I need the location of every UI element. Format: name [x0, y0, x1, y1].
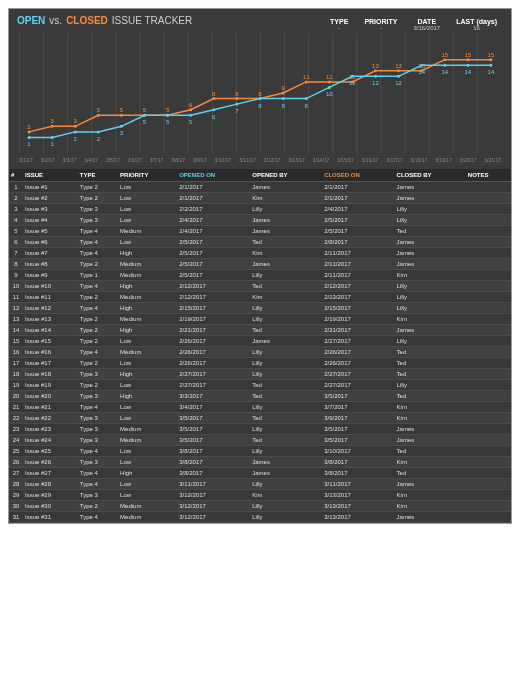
cell: Issue #4 [23, 215, 78, 226]
svg-point-56 [189, 114, 192, 117]
cell [466, 193, 511, 204]
issues-table: # ISSUE TYPE PRIORITY OPENED ON OPENED B… [9, 169, 511, 523]
filter-priority[interactable]: PRIORITY - [364, 18, 397, 31]
table-row[interactable]: 15Issue #15Type 2Low2/26/2017James2/27/2… [9, 336, 511, 347]
cell: 16 [9, 347, 23, 358]
table-row[interactable]: 14Issue #14Type 2High2/21/2017Ted2/21/20… [9, 325, 511, 336]
svg-point-6 [97, 114, 100, 117]
cell: 3/13/2017 [322, 490, 394, 501]
table-row[interactable]: 8Issue #8Type 2Medium2/5/2017James2/11/2… [9, 259, 511, 270]
col-closed-on[interactable]: CLOSED ON [322, 169, 394, 182]
filter-date[interactable]: DATE 3/16/2017 [413, 18, 440, 31]
title-closed: CLOSED [66, 15, 108, 26]
table-row[interactable]: 4Issue #4Type 3Low2/4/2017James2/5/2017L… [9, 215, 511, 226]
table-row[interactable]: 23Issue #23Type 3Medium3/5/2017Lilly3/5/… [9, 424, 511, 435]
col-opened-on[interactable]: OPENED ON [177, 169, 250, 182]
cell: Low [118, 457, 177, 468]
cell: Ted [250, 391, 322, 402]
table-row[interactable]: 13Issue #13Type 2Medium2/19/2017Lilly2/1… [9, 314, 511, 325]
table-body: 1Issue #1Type 2Low2/1/2017James2/1/2017J… [9, 182, 511, 523]
table-row[interactable]: 17Issue #17Type 2Low2/26/2017Lilly2/26/2… [9, 358, 511, 369]
table-row[interactable]: 5Issue #5Type 4Medium2/4/2017James2/5/20… [9, 226, 511, 237]
cell: 7 [9, 248, 23, 259]
cell [466, 402, 511, 413]
x-tick: 3/18/17 [411, 157, 428, 163]
table-row[interactable]: 26Issue #26Type 3Low3/8/2017James3/8/201… [9, 457, 511, 468]
table-row[interactable]: 12Issue #12Type 4High2/15/2017Lilly2/15/… [9, 303, 511, 314]
filter-last-days[interactable]: LAST (days) 16 [456, 18, 497, 31]
cell: Issue #7 [23, 248, 78, 259]
svg-point-76 [420, 64, 423, 67]
cell: Type 2 [78, 358, 118, 369]
svg-point-58 [212, 108, 215, 111]
cell: 2/2/2017 [177, 204, 250, 215]
table-row[interactable]: 10Issue #10Type 4High2/12/2017Ted2/12/20… [9, 281, 511, 292]
table-row[interactable]: 27Issue #27Type 4High3/8/2017James3/8/20… [9, 468, 511, 479]
x-tick: 3/21/17 [484, 157, 501, 163]
cell: 3/5/2017 [322, 391, 394, 402]
x-tick: 3/7/17 [149, 157, 163, 163]
table-row[interactable]: 29Issue #29Type 3Low3/12/2017Kim3/13/201… [9, 490, 511, 501]
table-row[interactable]: 28Issue #28Type 4Low3/11/2017Lilly3/11/2… [9, 479, 511, 490]
cell [466, 281, 511, 292]
col-notes[interactable]: NOTES [466, 169, 511, 182]
cell [466, 479, 511, 490]
table-row[interactable]: 18Issue #18Type 3High2/27/2017Lilly2/27/… [9, 369, 511, 380]
cell: 3/5/2017 [177, 435, 250, 446]
svg-point-36 [443, 58, 446, 61]
table-row[interactable]: 25Issue #25Type 4Low3/8/2017Lilly3/10/20… [9, 446, 511, 457]
table-row[interactable]: 19Issue #19Type 2Low2/27/2017Ted2/27/201… [9, 380, 511, 391]
cell: James [250, 215, 322, 226]
table-row[interactable]: 31Issue #31Type 4Medium3/12/2017Lilly3/1… [9, 512, 511, 523]
svg-point-74 [397, 75, 400, 78]
table-row[interactable]: 3Issue #3Type 3Low2/2/2017Lilly2/4/2017L… [9, 204, 511, 215]
table-row[interactable]: 2Issue #2Type 2Low2/1/2017Kim2/1/2017Jam… [9, 193, 511, 204]
col-type[interactable]: TYPE [78, 169, 118, 182]
cell: 2/4/2017 [322, 204, 394, 215]
svg-point-80 [466, 64, 469, 67]
table-row[interactable]: 16Issue #16Type 4Medium2/26/2017Lilly2/2… [9, 347, 511, 358]
x-tick: 3/8/17 [171, 157, 185, 163]
cell: Medium [118, 435, 177, 446]
svg-text:8: 8 [281, 103, 285, 109]
svg-point-66 [305, 97, 308, 100]
svg-text:15: 15 [488, 52, 495, 58]
col-priority[interactable]: PRIORITY [118, 169, 177, 182]
table-row[interactable]: 6Issue #6Type 4Low2/5/2017Ted2/8/2017Jam… [9, 237, 511, 248]
cell: Ted [395, 446, 466, 457]
cell: Low [118, 204, 177, 215]
table-row[interactable]: 30Issue #30Type 2Medium3/12/2017Lilly3/1… [9, 501, 511, 512]
table-row[interactable]: 21Issue #21Type 4Low3/4/2017Lilly3/7/201… [9, 402, 511, 413]
table-header-row: # ISSUE TYPE PRIORITY OPENED ON OPENED B… [9, 169, 511, 182]
cell: 2/5/2017 [177, 248, 250, 259]
table-row[interactable]: 22Issue #22Type 3Low3/5/2017Ted3/9/2017K… [9, 413, 511, 424]
cell: Ted [250, 435, 322, 446]
table-row[interactable]: 7Issue #7Type 4High2/5/2017Kim2/11/2017J… [9, 248, 511, 259]
cell: 3/8/2017 [322, 468, 394, 479]
col-opened-by[interactable]: OPENED BY [250, 169, 322, 182]
cell: 3/8/2017 [177, 446, 250, 457]
cell: Lilly [250, 204, 322, 215]
cell: Issue #1 [23, 182, 78, 193]
x-tick: 3/9/17 [193, 157, 207, 163]
chart-area: 2335555688891111111313131515151122355567… [19, 33, 501, 153]
filter-type[interactable]: TYPE - [330, 18, 348, 31]
cell [466, 490, 511, 501]
table-row[interactable]: 1Issue #1Type 2Low2/1/2017James2/1/2017J… [9, 182, 511, 193]
table-row[interactable]: 20Issue #20Type 3High3/3/2017Ted3/5/2017… [9, 391, 511, 402]
cell: Ted [250, 237, 322, 248]
cell: Ted [395, 358, 466, 369]
cell: Low [118, 237, 177, 248]
col-num[interactable]: # [9, 169, 23, 182]
cell: 30 [9, 501, 23, 512]
col-issue[interactable]: ISSUE [23, 169, 78, 182]
cell: High [118, 248, 177, 259]
table-row[interactable]: 11Issue #11Type 2Medium2/12/2017Kim2/13/… [9, 292, 511, 303]
cell [466, 457, 511, 468]
cell: Lilly [250, 479, 322, 490]
table-row[interactable]: 24Issue #24Type 3Medium3/5/2017Ted3/5/20… [9, 435, 511, 446]
table-row[interactable]: 9Issue #9Type 1Medium2/5/2017Lilly2/11/2… [9, 270, 511, 281]
cell [466, 204, 511, 215]
cell [466, 446, 511, 457]
col-closed-by[interactable]: CLOSED BY [395, 169, 466, 182]
